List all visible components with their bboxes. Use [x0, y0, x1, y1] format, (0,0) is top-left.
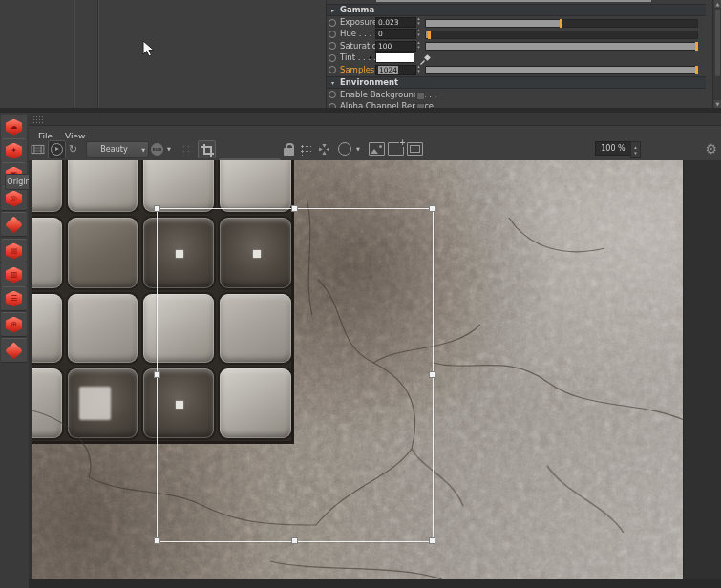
picture-viewer-toolbar: ↻ Beauty▼ RGB ▼ < Auto >▼ — [29, 138, 721, 161]
channel-rgb-icon[interactable]: RGB — [151, 141, 163, 157]
selection-handle[interactable] — [429, 537, 435, 544]
selection-handle[interactable] — [154, 205, 160, 212]
value-slider[interactable] — [425, 19, 698, 28]
attr-row-saturation: Saturation100▴▾ — [327, 40, 706, 52]
attributes-panel: ▸GammaExposure0.023▴▾Hue . . . . .0▴▾Sat… — [326, 0, 713, 108]
duplicate-image-icon[interactable] — [407, 141, 423, 157]
value-field[interactable]: 1024 — [375, 65, 416, 75]
picture-viewer-window: FileView ↻ Beauty▼ RGB ▼ < Auto >▼ — [29, 113, 721, 588]
keyframe-circle-icon[interactable] — [329, 91, 336, 98]
selection-handle[interactable] — [154, 371, 160, 378]
render-pass-dropdown[interactable]: Beauty▼ — [86, 141, 149, 158]
menu-bar: FileView — [29, 125, 721, 138]
corona-light-icon: ✦ — [5, 143, 23, 159]
grid-toggle-icon[interactable] — [299, 141, 311, 157]
keyframe-circle-icon[interactable] — [329, 66, 336, 74]
value-spinner[interactable]: ▴▾ — [415, 40, 422, 52]
value-spinner[interactable]: ▴▾ — [415, 16, 422, 28]
value-spinner[interactable]: ▴▾ — [415, 64, 422, 75]
selection-handle[interactable] — [291, 205, 298, 212]
corona-layers-icon[interactable] — [1, 338, 27, 363]
corona-render-icon: ▥ — [5, 267, 23, 284]
rendered-image[interactable] — [32, 160, 684, 579]
value-field[interactable]: 0 — [375, 29, 416, 39]
corona-node-icon[interactable]: ⊕ — [1, 312, 27, 337]
compare-circle-icon[interactable] — [338, 141, 351, 157]
panel-divider — [74, 0, 75, 108]
channel-dropdown-caret[interactable]: ▼ — [167, 141, 171, 157]
corona-render-icon[interactable]: ▥ — [1, 262, 27, 287]
section-arrow-icon: ▸ — [331, 5, 334, 15]
corona-light-icon[interactable]: ✦ — [1, 138, 27, 163]
crop-tool-button[interactable] — [198, 141, 216, 157]
corona-vfb-icon[interactable]: ▤ — [1, 239, 27, 263]
attr-row-samples: Samples .1024▴▾ — [327, 64, 706, 75]
corona-list-icon[interactable]: ☰ — [1, 286, 27, 311]
mouse-cursor — [142, 40, 155, 58]
scrollbar-thumb[interactable] — [715, 10, 720, 76]
corona-layers-icon — [5, 342, 22, 359]
grid-toggle-disabled-icon — [180, 141, 193, 157]
corona-list-icon: ☰ — [5, 291, 23, 307]
settings-gear-icon[interactable]: ⚙ — [705, 141, 717, 157]
history-film-icon[interactable] — [31, 141, 45, 157]
refresh-icon[interactable]: ↻ — [69, 141, 77, 157]
corona-node-icon: ⊕ — [5, 317, 23, 333]
keyframe-circle-icon[interactable] — [329, 54, 336, 62]
section-arrow-icon: ▾ — [331, 77, 334, 88]
attributes-scrollbar[interactable]: ▲ ▼ — [712, 0, 721, 108]
keyframe-circle-icon[interactable] — [329, 19, 336, 27]
corona-sky-icon: ☁ — [5, 119, 23, 136]
zoom-percent-spinner[interactable]: ▴▾ — [630, 141, 641, 158]
keyframe-circle-icon[interactable] — [329, 31, 336, 38]
picture-viewer-titlebar[interactable] — [29, 113, 721, 126]
section-header-environment[interactable]: ▾Environment — [327, 76, 706, 89]
render-viewport[interactable] — [29, 160, 721, 579]
play-button[interactable] — [48, 141, 66, 157]
corona-sky-icon[interactable]: ☁ — [1, 115, 27, 139]
compare-dropdown-caret[interactable]: ▼ — [356, 141, 360, 157]
value-field[interactable]: 0.023 — [375, 17, 416, 28]
corona-material-icon — [5, 216, 22, 233]
attr-row-hue: Hue . . . . .0▴▾ — [327, 28, 706, 39]
attr-row-alpha-channel-replace: Alpha Channel Replace — [327, 100, 706, 108]
value-slider[interactable] — [425, 31, 698, 39]
attr-row-tint: Tint . . . . .▸ — [327, 52, 706, 63]
value-spinner[interactable]: ▴▾ — [415, 28, 422, 39]
add-image-icon[interactable]: + — [388, 141, 404, 157]
panel-divider — [97, 0, 99, 108]
viewport-gutter — [683, 160, 721, 579]
attr-row-exposure: Exposure0.023▴▾ — [327, 16, 706, 28]
upper-workspace: ▸GammaExposure0.023▴▾Hue . . . . .0▴▾Sat… — [0, 0, 721, 108]
tint-color-swatch[interactable] — [375, 52, 414, 63]
corona-lens-icon: ◎ — [5, 191, 23, 207]
window-grip-icon[interactable] — [32, 116, 43, 123]
crop-selection-rectangle[interactable] — [157, 208, 434, 542]
checkbox[interactable] — [415, 91, 425, 100]
lock-icon[interactable] — [284, 141, 294, 157]
keyframe-circle-icon[interactable] — [329, 42, 336, 50]
selection-handle[interactable] — [154, 537, 160, 544]
value-slider[interactable] — [425, 66, 698, 74]
corona-vfb-icon: ▤ — [5, 243, 23, 260]
selection-handle[interactable] — [429, 371, 435, 378]
zoom-percent-field[interactable]: 100 % — [595, 141, 631, 156]
selection-handle[interactable] — [291, 537, 298, 544]
image-icon[interactable] — [369, 141, 385, 157]
section-header-gamma[interactable]: ▸Gamma — [327, 4, 706, 16]
picture-viewer-statusbar — [29, 579, 721, 588]
lower-workspace: ☁✦▣◎▤▥☰⊕ FileView ↻ Beauty▼ RGB ▼ < A — [0, 113, 721, 588]
value-field[interactable]: 100 — [375, 41, 416, 52]
corona-material-icon[interactable] — [1, 212, 27, 237]
expand-arrow-icon[interactable]: ▸ — [370, 53, 372, 60]
attr-row-enable-background: Enable Background. . . . — [327, 89, 706, 100]
converge-icon[interactable] — [317, 141, 331, 157]
selection-handle[interactable] — [429, 205, 435, 212]
scroll-down-button[interactable]: ▼ — [714, 100, 721, 108]
scroll-up-button[interactable]: ▲ — [714, 0, 721, 8]
value-slider[interactable] — [425, 42, 698, 51]
